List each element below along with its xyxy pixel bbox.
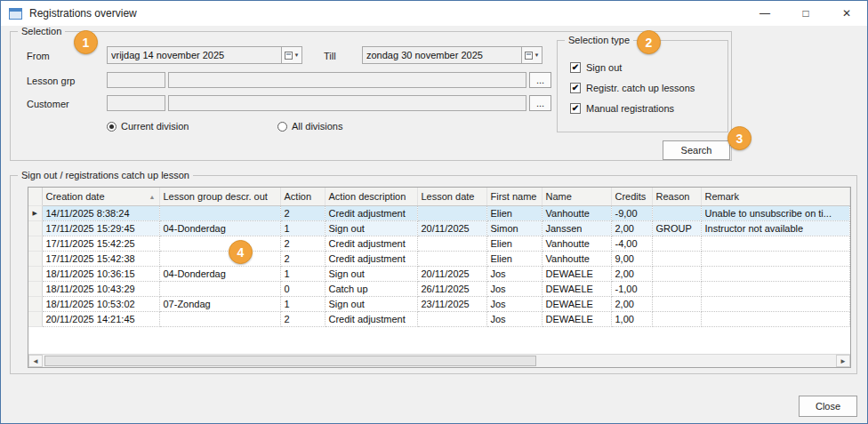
radio-current-division[interactable]: Current division [107, 121, 189, 132]
till-date-picker-button[interactable]: ▼ [521, 46, 542, 64]
column-header[interactable]: Creation date▲ [42, 188, 159, 205]
column-header-label: First name [491, 191, 537, 202]
column-header[interactable]: Lesson date [417, 188, 486, 205]
column-header[interactable]: Action [280, 188, 325, 205]
customer-browse-button[interactable]: ... [529, 95, 551, 111]
radio-icon [277, 122, 287, 132]
scrollbar-thumb[interactable] [44, 356, 536, 366]
column-header-label: Credits [615, 191, 647, 202]
checkbox-registr-catch-up-lessons[interactable]: ✔ Registr. catch up lessons [570, 83, 695, 93]
checkbox-manual-registrations[interactable]: ✔ Manual registrations [570, 103, 674, 114]
table-cell [652, 266, 701, 281]
radio-icon [107, 122, 117, 132]
table-row[interactable]: 18/11/2025 10:53:0207-Zondag1Sign out23/… [28, 296, 850, 311]
table-cell: Credit adjustment [325, 251, 417, 266]
column-header[interactable]: Credits [611, 188, 652, 205]
scroll-right-icon[interactable]: ► [836, 355, 850, 367]
column-header-label: Action description [329, 191, 406, 202]
column-header-label: Lesson group descr. out [164, 191, 268, 202]
radio-all-divisions[interactable]: All divisions [277, 121, 342, 132]
column-header[interactable]: First name [486, 188, 542, 205]
table-cell: -4,00 [611, 236, 652, 251]
row-selector[interactable] [28, 220, 42, 236]
table-row[interactable]: 17/11/2025 15:29:4504-Donderdag1Sign out… [28, 220, 850, 236]
from-date-picker-button[interactable]: ▼ [281, 46, 302, 64]
table-cell: Jos [486, 311, 542, 326]
row-selector[interactable] [28, 311, 42, 326]
app-icon [9, 8, 22, 20]
column-header[interactable]: Name [542, 188, 611, 205]
row-selector[interactable] [28, 296, 42, 311]
column-header[interactable]: Reason [652, 188, 701, 205]
table-cell [701, 281, 850, 296]
table-cell: 26/11/2025 [417, 281, 486, 296]
close-button[interactable]: Close [799, 396, 857, 417]
table-cell: Elien [486, 205, 542, 220]
checkbox-icon: ✔ [570, 62, 581, 73]
table-cell: 0 [280, 281, 325, 296]
row-selector[interactable] [28, 236, 42, 251]
checkbox-sign-out[interactable]: ✔ Sign out [570, 62, 622, 73]
column-header-label: Reason [656, 191, 690, 202]
table-cell: 17/11/2025 15:29:45 [42, 220, 159, 236]
table-cell [159, 281, 280, 296]
row-selector[interactable] [28, 251, 42, 266]
horizontal-scrollbar[interactable]: ◄ ► [28, 354, 850, 367]
table-row[interactable]: 17/11/2025 15:42:382Credit adjustmentEli… [28, 251, 850, 266]
row-selector[interactable] [28, 281, 42, 296]
table-cell [417, 205, 486, 220]
customer-description-input[interactable] [168, 95, 526, 111]
customer-code-input[interactable] [107, 95, 165, 111]
chevron-down-icon: ▼ [294, 52, 300, 58]
row-selector[interactable]: ▶ [28, 205, 42, 220]
maximize-icon[interactable]: □ [785, 1, 826, 26]
table-cell [701, 296, 850, 311]
row-selector[interactable] [28, 266, 42, 281]
minimize-icon[interactable]: — [744, 1, 785, 26]
table-cell: 18/11/2025 10:36:15 [42, 266, 159, 281]
annotation-badge: 4 [229, 240, 253, 264]
results-group-label: Sign out / registrations catch up lesson [18, 170, 193, 180]
table-cell [652, 311, 701, 326]
table-cell: Vanhoutte [542, 251, 611, 266]
table-row[interactable]: ▶14/11/2025 8:38:242Credit adjustmentEli… [28, 205, 850, 220]
scrollbar-track[interactable] [43, 355, 836, 367]
lesson-grp-code-input[interactable] [107, 72, 165, 88]
column-header[interactable]: Lesson group descr. out [159, 188, 280, 205]
table-cell [701, 236, 850, 251]
scroll-left-icon[interactable]: ◄ [28, 355, 43, 367]
column-header-label: Lesson date [422, 191, 475, 202]
table-cell [701, 251, 850, 266]
table-cell [417, 236, 486, 251]
column-header[interactable]: Remark [701, 188, 850, 205]
table-row[interactable]: 18/11/2025 10:43:290Catch up26/11/2025Jo… [28, 281, 850, 296]
table-cell: 2 [280, 236, 325, 251]
close-icon[interactable]: ✕ [826, 1, 867, 26]
table-cell: Jos [486, 266, 542, 281]
selection-type-group: Selection type ✔ Sign out ✔ Registr. cat… [557, 40, 728, 132]
search-button[interactable]: Search [663, 140, 730, 160]
lesson-grp-browse-button[interactable]: ... [529, 72, 551, 88]
table-cell: 2,00 [611, 296, 652, 311]
table-cell: Unable to unsubscribe on ti... [701, 205, 850, 220]
results-table: Creation date▲Lesson group descr. outAct… [28, 188, 850, 327]
table-row[interactable]: 17/11/2025 15:42:252Credit adjustmentEli… [28, 236, 850, 251]
table-cell: 1 [280, 296, 325, 311]
table-row[interactable]: 18/11/2025 10:36:1504-Donderdag1Sign out… [28, 266, 850, 281]
column-header[interactable]: Action description [325, 188, 417, 205]
till-date-input[interactable] [362, 46, 522, 64]
table-cell: 04-Donderdag [159, 220, 280, 236]
lesson-grp-description-input[interactable] [168, 72, 526, 88]
table-cell [701, 266, 850, 281]
table-cell: Sign out [325, 266, 417, 281]
table-cell: Credit adjustment [325, 311, 417, 326]
table-cell: Catch up [325, 281, 417, 296]
radio-label: Current division [121, 121, 189, 132]
from-date-input[interactable] [107, 46, 282, 64]
table-cell: DEWAELE [542, 311, 611, 326]
checkbox-label: Registr. catch up lessons [586, 83, 695, 93]
table-cell [652, 205, 701, 220]
table-row[interactable]: 20/11/2025 14:21:452Credit adjustmentJos… [28, 311, 850, 326]
table-cell: 2 [280, 311, 325, 326]
table-cell [652, 236, 701, 251]
